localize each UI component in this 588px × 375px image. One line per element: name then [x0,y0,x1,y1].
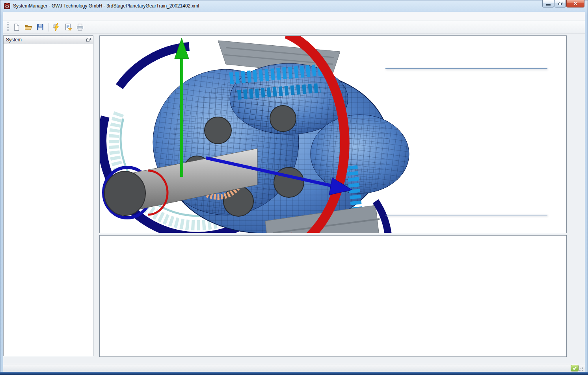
print-button[interactable] [74,22,86,33]
status-ok-button[interactable] [571,365,579,371]
statusbar [3,364,585,372]
save-icon [36,23,45,32]
chart-window-sun-planet[interactable] [385,68,547,69]
open-file-icon [24,23,33,32]
new-file-icon [12,23,21,32]
print-icon [76,23,84,32]
minimize-icon [546,4,551,6]
close-icon: ✕ [573,1,577,6]
app-window: { "window": { "title": "SystemManager - … [0,0,588,375]
window-title: SystemManager - GWJ Technology GmbH - 3r… [13,3,199,9]
new-file-button[interactable] [11,22,22,33]
titlebar[interactable]: SystemManager - GWJ Technology GmbH - 3r… [0,0,588,12]
gear-3d-scene [100,36,566,233]
report-button[interactable] [63,22,74,33]
results-table-panel [99,235,567,357]
restore-icon [558,2,563,6]
toolbar [3,20,585,34]
chart-window-planet-annulus[interactable] [385,215,547,215]
system-tree-panel: System [3,35,93,356]
open-file-button[interactable] [23,22,34,33]
dock-icon[interactable] [86,38,91,42]
system-tree [4,44,93,46]
toolbar-separator [48,23,48,32]
calculate-button[interactable] [51,22,62,33]
minimize-button[interactable] [542,0,554,7]
viewport-3d[interactable] [99,35,567,233]
report-icon [64,23,73,32]
check-icon [572,366,577,371]
resize-grip[interactable] [578,366,583,371]
tree-panel-header: System [4,36,93,44]
tree-panel-title: System [6,37,22,43]
save-button[interactable] [35,22,46,33]
window-bottom-border [0,372,588,375]
app-icon [4,3,10,9]
restore-button[interactable] [555,0,566,7]
calculate-icon [52,23,61,32]
toolbar-grip[interactable] [7,22,9,32]
menubar [3,12,585,20]
close-button[interactable]: ✕ [566,0,584,7]
